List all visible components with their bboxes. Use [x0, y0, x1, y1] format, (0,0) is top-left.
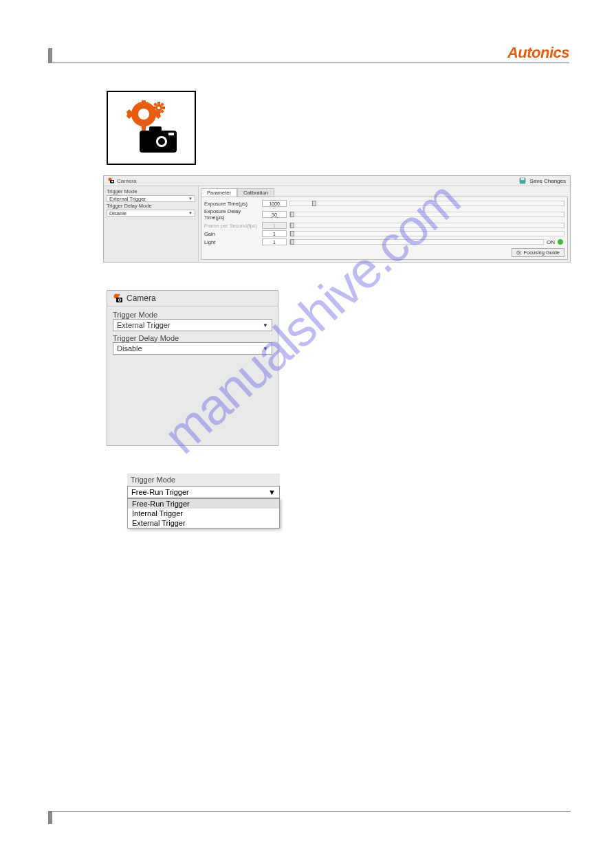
chevron-down-icon: ▼ — [268, 488, 276, 496]
trigger-mode-open-select[interactable]: Free-Run Trigger ▼ — [127, 486, 280, 498]
trigger-option-internal[interactable]: Internal Trigger — [128, 509, 279, 518]
zoom-panel-title: Camera — [127, 293, 156, 303]
chevron-down-icon: ▼ — [188, 211, 193, 215]
exposure-delay-label: Exposure Delay Time(µs) — [204, 208, 259, 221]
camera-gear-icon — [119, 100, 184, 155]
zoom-trigger-mode-dropdown[interactable]: External Trigger ▼ — [113, 319, 272, 331]
fps-label: Frame per Second(fps) — [204, 223, 259, 229]
on-label: ON — [547, 239, 555, 245]
svg-rect-4 — [162, 107, 165, 109]
svg-rect-10 — [142, 100, 146, 103]
exposure-delay-slider[interactable] — [289, 212, 564, 217]
camera-mini-icon — [113, 293, 124, 303]
zoom-trigger-mode-label: Trigger Mode — [113, 309, 272, 319]
svg-point-9 — [157, 107, 160, 109]
chevron-down-icon: ▼ — [263, 322, 268, 329]
chevron-down-icon: ▼ — [188, 197, 193, 201]
light-slider[interactable] — [289, 239, 544, 245]
exposure-time-slider[interactable] — [289, 201, 564, 206]
trigger-option-external[interactable]: External Trigger — [128, 518, 279, 528]
trigger-option-free-run[interactable]: Free-Run Trigger — [128, 499, 279, 509]
trigger-mode-options-list: Free-Run Trigger Internal Trigger Extern… — [127, 498, 280, 528]
parameter-tab-content: Exposure Time(µs) 1000 Exposure Delay Ti… — [201, 197, 568, 260]
exposure-time-label: Exposure Time(µs) — [204, 201, 259, 207]
focusing-guide-button[interactable]: ◎ Focusing Guide — [512, 248, 564, 257]
chevron-down-icon: ▼ — [263, 346, 268, 352]
trigger-mode-dropdown-open: Trigger Mode Free-Run Trigger ▼ Free-Run… — [127, 474, 280, 528]
zoom-trigger-delay-label: Trigger Delay Mode — [113, 333, 272, 342]
header-tick — [48, 48, 52, 63]
exposure-time-input[interactable]: 1000 — [262, 200, 287, 207]
camera-settings-panel: Camera Save Changes Trigger Mode Externa… — [103, 175, 571, 263]
camera-settings-icon-card — [107, 91, 196, 165]
status-dot-icon — [558, 239, 563, 245]
tab-parameter[interactable]: Parameter — [201, 188, 237, 197]
panel-left-column: Trigger Mode External Trigger ▼ Trigger … — [104, 186, 199, 262]
trigger-delay-mode-dropdown[interactable]: Disable ▼ — [107, 210, 195, 216]
camera-mini-icon — [108, 177, 115, 184]
trigger-mode-label: Trigger Mode — [107, 188, 195, 194]
svg-rect-1 — [157, 102, 160, 104]
trigger-mode-open-label: Trigger Mode — [127, 474, 280, 486]
panel-header: Camera Save Changes — [104, 176, 570, 186]
focusing-guide-label: Focusing Guide — [523, 249, 560, 256]
svg-rect-11 — [142, 125, 146, 131]
camera-zoom-panel: Camera Trigger Mode External Trigger ▼ T… — [107, 290, 278, 446]
trigger-delay-mode-label: Trigger Delay Mode — [107, 203, 195, 209]
fps-slider — [289, 223, 564, 228]
trigger-mode-selected: Free-Run Trigger — [131, 488, 189, 496]
brand-logo: Autonics — [507, 44, 569, 62]
zoom-trigger-mode-value: External Trigger — [117, 321, 171, 329]
light-label: Light — [204, 239, 259, 245]
exposure-delay-input[interactable]: 30 — [262, 211, 287, 218]
target-icon: ◎ — [516, 249, 521, 256]
svg-rect-19 — [149, 126, 162, 132]
svg-point-26 — [111, 181, 113, 183]
svg-point-22 — [158, 138, 165, 145]
save-icon[interactable] — [519, 177, 526, 184]
gain-input[interactable]: 1 — [262, 230, 287, 237]
svg-point-33 — [119, 299, 120, 300]
fps-input: 1 — [262, 222, 287, 229]
svg-rect-23 — [168, 133, 174, 135]
zoom-trigger-delay-value: Disable — [117, 344, 142, 353]
tab-calibration[interactable]: Calibration — [237, 188, 274, 197]
zoom-trigger-delay-dropdown[interactable]: Disable ▼ — [113, 342, 272, 355]
light-on-toggle[interactable]: ON — [547, 239, 564, 245]
save-changes-button[interactable]: Save Changes — [530, 178, 566, 184]
trigger-mode-dropdown[interactable]: External Trigger ▼ — [107, 195, 195, 202]
gain-label: Gain — [204, 231, 259, 237]
light-input[interactable]: 1 — [262, 238, 287, 245]
panel-title-text: Camera — [117, 178, 136, 184]
header-rule: Autonics — [48, 48, 569, 63]
footer-rule — [48, 811, 571, 812]
panel-right-column: Parameter Calibration Exposure Time(µs) … — [199, 186, 570, 262]
gain-slider[interactable] — [289, 231, 564, 236]
svg-rect-28 — [520, 178, 524, 180]
trigger-delay-mode-value: Disable — [109, 210, 127, 216]
svg-point-30 — [118, 294, 120, 296]
trigger-mode-value: External Trigger — [109, 196, 146, 202]
